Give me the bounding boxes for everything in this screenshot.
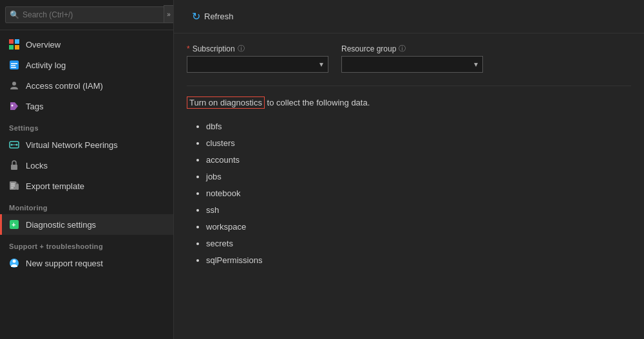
sidebar-item-locks[interactable]: Locks — [0, 155, 173, 176]
support-request-icon — [9, 258, 19, 268]
sidebar: » 🔍 Overview — [0, 0, 174, 339]
svg-rect-5 — [11, 63, 17, 64]
activity-log-icon — [9, 60, 19, 70]
subscription-select-wrapper — [187, 56, 328, 73]
sidebar-item-vnet-peerings[interactable]: Virtual Network Peerings — [0, 134, 173, 155]
svg-marker-16 — [16, 181, 19, 184]
svg-rect-17 — [16, 184, 19, 190]
list-item: accounts — [206, 152, 631, 169]
resource-group-info-icon[interactable]: ⓘ — [399, 44, 406, 53]
refresh-icon: ↻ — [192, 10, 200, 23]
main-header: ↻ Refresh — [174, 0, 644, 33]
svg-rect-6 — [11, 65, 15, 66]
overview-icon — [9, 39, 19, 50]
list-item: clusters — [206, 135, 631, 152]
divider — [187, 86, 631, 86]
sidebar-item-tags-label: Tags — [26, 102, 43, 111]
vnet-icon — [9, 140, 19, 150]
export-template-icon — [9, 181, 19, 191]
data-list: dbfsclustersaccountsjobsnotebooksshworks… — [187, 118, 631, 269]
list-item: ssh — [206, 202, 631, 219]
lock-icon — [9, 160, 19, 170]
sidebar-item-access-control[interactable]: Access control (IAM) — [0, 75, 173, 96]
resource-group-select-wrapper — [341, 56, 483, 73]
sidebar-item-export-label: Export template — [26, 181, 84, 191]
list-item: sqlPermissions — [206, 252, 631, 269]
list-item: secrets — [206, 235, 631, 252]
sidebar-item-locks-label: Locks — [26, 161, 48, 170]
list-item: dbfs — [206, 118, 631, 135]
svg-rect-1 — [15, 39, 19, 44]
svg-rect-2 — [9, 45, 14, 50]
list-item: jobs — [206, 169, 631, 185]
search-input[interactable] — [5, 6, 168, 23]
svg-point-9 — [12, 105, 14, 107]
sidebar-item-activity-log[interactable]: Activity log — [0, 55, 173, 75]
resource-group-filter-group: Resource group ⓘ — [341, 44, 483, 73]
info-description: to collect the following data. — [265, 98, 370, 107]
diagnostic-settings-icon: + — [9, 219, 19, 230]
sidebar-item-tags[interactable]: Tags — [0, 96, 173, 116]
svg-point-13 — [16, 144, 18, 146]
resource-group-label: Resource group ⓘ — [341, 44, 483, 53]
list-item: workspace — [206, 219, 631, 235]
support-section-header: Support + troubleshooting — [0, 235, 173, 253]
turn-on-diagnostics-link[interactable]: Turn on diagnostics — [187, 96, 265, 109]
filter-row: * Subscription ⓘ Resource group ⓘ — [187, 44, 631, 73]
subscription-label: * Subscription ⓘ — [187, 44, 328, 53]
collapse-sidebar-button[interactable]: » — [164, 5, 174, 23]
sidebar-item-overview[interactable]: Overview — [0, 34, 173, 55]
refresh-label: Refresh — [204, 12, 234, 21]
list-item: notebook — [206, 185, 631, 202]
tags-icon — [9, 101, 19, 111]
settings-section-header: Settings — [0, 116, 173, 134]
main-body: * Subscription ⓘ Resource group ⓘ — [174, 33, 644, 339]
subscription-select[interactable] — [187, 56, 328, 73]
svg-point-8 — [12, 82, 16, 86]
svg-point-24 — [13, 260, 16, 263]
subscription-filter-group: * Subscription ⓘ — [187, 44, 328, 73]
sidebar-item-diagnostic-label: Diagnostic settings — [26, 220, 96, 230]
iam-icon — [9, 80, 19, 91]
svg-rect-3 — [15, 45, 19, 50]
subscription-info-icon[interactable]: ⓘ — [238, 44, 245, 53]
sidebar-item-access-control-label: Access control (IAM) — [26, 81, 103, 91]
svg-rect-7 — [11, 67, 16, 68]
monitoring-section-header: Monitoring — [0, 196, 173, 214]
sidebar-item-vnet-label: Virtual Network Peerings — [26, 140, 118, 150]
sidebar-item-new-support[interactable]: New support request — [0, 253, 173, 273]
svg-text:+: + — [12, 221, 15, 228]
sidebar-item-new-support-label: New support request — [26, 259, 103, 268]
svg-point-12 — [11, 144, 13, 146]
svg-rect-0 — [9, 39, 14, 44]
resource-group-select[interactable] — [341, 56, 483, 73]
sidebar-item-diagnostic-settings[interactable]: + Diagnostic settings — [0, 214, 173, 235]
info-text: Turn on diagnostics to collect the follo… — [187, 96, 631, 109]
svg-rect-14 — [11, 165, 17, 170]
sidebar-item-export-template[interactable]: Export template — [0, 176, 173, 196]
sidebar-item-overview-label: Overview — [26, 40, 61, 50]
required-star: * — [187, 44, 190, 53]
sidebar-navigation: Overview Activity log Access control — [0, 30, 173, 339]
main-content: ↻ Refresh * Subscription ⓘ Resource grou… — [174, 0, 644, 339]
refresh-button[interactable]: ↻ Refresh — [187, 8, 239, 25]
search-icon: 🔍 — [10, 10, 19, 19]
sidebar-item-activity-log-label: Activity log — [26, 60, 66, 70]
sidebar-search-area: 🔍 — [0, 0, 173, 30]
